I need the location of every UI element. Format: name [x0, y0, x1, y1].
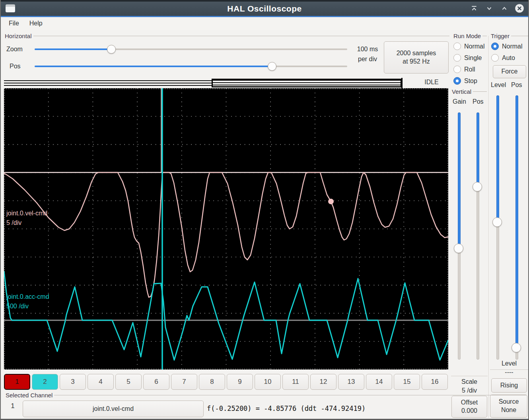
radio-option-stop[interactable]: Stop [453, 77, 485, 85]
channel-button-14[interactable]: 14 [366, 374, 392, 390]
channel-button-16[interactable]: 16 [422, 374, 448, 390]
minimize-icon[interactable] [484, 3, 494, 14]
channel-button-12[interactable]: 12 [310, 374, 336, 390]
trigger-level-fill [496, 95, 499, 223]
radio-option-normal[interactable]: Normal [491, 42, 523, 50]
force-button[interactable]: Force [493, 65, 526, 78]
channel-button-2[interactable]: 2 [32, 374, 58, 390]
channel-button-9[interactable]: 9 [227, 374, 253, 390]
channel-button-6[interactable]: 6 [143, 374, 169, 390]
channel-button-11[interactable]: 11 [282, 374, 309, 390]
radio-label: Stop [464, 77, 477, 85]
channel2-scale-label: 500 /div [6, 303, 29, 310]
app-window-icon [6, 4, 15, 12]
radio-option-auto[interactable]: Auto [491, 54, 523, 62]
radio-option-single[interactable]: Single [453, 54, 485, 62]
offset-button[interactable]: Offset 0.000 [451, 396, 487, 418]
pos-slider-fill [35, 66, 272, 67]
vertical-pos-thumb[interactable] [473, 182, 482, 192]
scope-display[interactable]: joint.0.vel-cmd 5 /div joint.0.acc-cmd 5… [4, 88, 448, 370]
radio-label: Single [464, 54, 482, 62]
channel-button-row: 12345678910111213141516 [4, 374, 448, 390]
menubar: File Help [2, 17, 529, 30]
channel2-name-label: joint.0.acc-cmd [6, 293, 49, 300]
radio-button[interactable] [453, 77, 461, 85]
selected-channel-frame-label: Selected Channel [6, 392, 527, 399]
trigger-pos-thumb[interactable] [511, 343, 521, 352]
radio-label: Auto [502, 54, 515, 62]
menu-help[interactable]: Help [29, 20, 43, 27]
run-mode-frame-label: Run Mode [453, 33, 487, 39]
radio-option-roll[interactable]: Roll [453, 65, 485, 74]
channel-button-13[interactable]: 13 [338, 374, 364, 390]
channel-button-10[interactable]: 10 [255, 374, 281, 390]
radio-button[interactable] [453, 66, 461, 73]
trigger-pos-col-label: Pos [511, 81, 522, 89]
zoom-slider-fill [35, 48, 111, 50]
record-window-box[interactable] [212, 79, 402, 87]
channel1-name-label: joint.0.vel-cmd [6, 210, 47, 217]
radio-button[interactable] [453, 43, 461, 50]
channel-button-1[interactable]: 1 [4, 374, 30, 390]
channel-button-5[interactable]: 5 [115, 374, 142, 390]
gain-thumb[interactable] [454, 244, 463, 253]
scope-grid [4, 88, 448, 370]
pos-slider-label: Pos [10, 63, 21, 70]
trigger-level-slider[interactable] [492, 95, 502, 360]
record-position-bar: IDLE [4, 78, 449, 88]
time-per-div-label: 100 ms per div [353, 45, 382, 64]
selected-sample-dot[interactable] [328, 199, 334, 204]
radio-label: Roll [464, 66, 475, 73]
vertical-pos-fill [476, 112, 479, 188]
horizontal-pos-slider[interactable] [35, 62, 347, 71]
radio-option-normal[interactable]: Normal [453, 42, 485, 50]
radio-button[interactable] [453, 54, 461, 62]
channel-button-8[interactable]: 8 [199, 374, 225, 390]
samples-rate-button[interactable]: 2000 samples at 952 Hz [384, 41, 449, 74]
vertical-pos-col-label: Pos [473, 98, 484, 105]
titlebar: HAL Oscilloscope [1, 2, 528, 17]
gain-slider[interactable] [454, 112, 463, 360]
close-icon[interactable] [515, 3, 524, 14]
radio-button[interactable] [491, 54, 499, 62]
channel-button-3[interactable]: 3 [60, 374, 86, 390]
shade-icon[interactable] [469, 3, 479, 14]
record-cursor[interactable] [401, 78, 403, 88]
run-mode-radio-group: NormalSingleRollStop [453, 42, 485, 85]
trigger-level-col-label: Level [491, 81, 506, 89]
zoom-slider[interactable] [35, 45, 347, 54]
selected-channel-number: 1 [7, 402, 18, 410]
channel-pin-name-button[interactable]: joint.0.vel-cmd [23, 401, 204, 417]
horizontal-frame-label: Horizontal [5, 33, 449, 39]
trigger-radio-group: NormalAuto [491, 42, 523, 62]
trigger-edge-button[interactable]: Rising [491, 378, 527, 393]
status-text: IDLE [414, 79, 449, 86]
vertical-pos-slider[interactable] [473, 112, 482, 360]
trigger-pos-slider[interactable] [511, 95, 521, 360]
channel-button-7[interactable]: 7 [171, 374, 197, 390]
gain-col-label: Gain [453, 98, 466, 105]
channel-button-15[interactable]: 15 [394, 374, 420, 390]
zoom-slider-thumb[interactable] [107, 45, 116, 54]
column-separator [488, 36, 489, 418]
radio-button[interactable] [491, 43, 499, 50]
trigger-frame-label: Trigger [491, 33, 528, 39]
scale-cell-separator [451, 376, 488, 377]
radio-label: Normal [464, 43, 485, 50]
trigger-pos-fill [515, 95, 518, 348]
channel1-scale-label: 5 /div [6, 219, 21, 226]
trigger-level-readout: Level ---- [490, 359, 528, 377]
window-title: HAL Oscilloscope [1, 4, 528, 14]
zoom-slider-label: Zoom [6, 46, 23, 53]
vertical-frame-label: Vertical [452, 88, 487, 95]
cursor-value-readout: f(-0.25200) = -4.85776 (ddt -474.92419) [207, 405, 366, 412]
trigger-level-thumb[interactable] [492, 217, 502, 227]
menu-file[interactable]: File [9, 20, 19, 27]
gain-fill [458, 112, 461, 249]
pos-slider-thumb[interactable] [268, 62, 276, 71]
channel-button-4[interactable]: 4 [88, 374, 114, 390]
radio-label: Normal [502, 43, 523, 50]
scope-canvas: joint.0.vel-cmd 5 /div joint.0.acc-cmd 5… [4, 88, 448, 370]
maximize-icon[interactable] [500, 3, 509, 14]
